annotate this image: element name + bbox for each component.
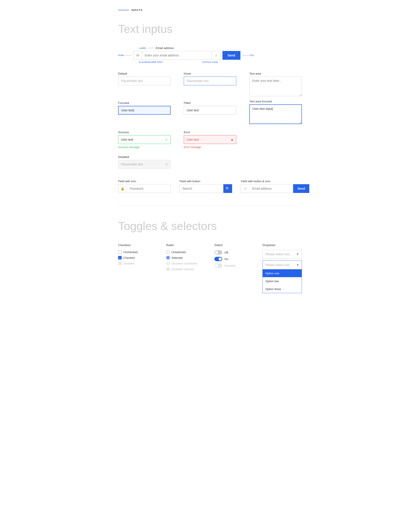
disabled-input-row: ⊘ — [118, 160, 171, 169]
default-input[interactable]: Placeholder text — [118, 76, 171, 85]
email-icon-left: ✉ — [241, 184, 250, 193]
search-input[interactable] — [180, 184, 223, 193]
email-icon-box: ✉ — [133, 51, 142, 60]
input-group-default: Default Placeholder text — [118, 72, 171, 95]
success-input-row[interactable]: ✓ — [118, 135, 171, 144]
checked-label: Checked — [123, 256, 135, 259]
hover-label: Hover — [184, 72, 236, 75]
focused-value: User text| — [121, 108, 134, 112]
input-group-error: Error ▲ Error message — [184, 131, 236, 149]
switch-disabled: Disabled — [214, 263, 254, 268]
dropdown-group: Dropdown Please select one... ▼ Please s… — [262, 243, 302, 293]
fields-special-grid: Field with icon 🔒 Field with button 🔍 Fi… — [118, 180, 302, 193]
switch-on-label: On — [225, 257, 228, 261]
dropdown-closed[interactable]: Please select one... ▼ — [262, 250, 302, 259]
ann-dash3 — [242, 55, 249, 56]
hover-input[interactable]: Placeholder text — [184, 76, 236, 85]
radio-disabled-selected: Disabled selected — [166, 267, 206, 271]
disabled-selected-label: Disabled selected — [172, 268, 194, 271]
field-with-btn-icon-group: Field with button & icon ✉ Send — [241, 180, 309, 193]
disabled-label: Disabled — [118, 155, 171, 159]
disabled-unselected-label: Disabled unselected — [172, 262, 197, 265]
field-label-text: Email address — [156, 46, 174, 50]
dropdown-title: Dropdown — [262, 243, 302, 247]
unchecked-box[interactable] — [118, 250, 122, 254]
success-input[interactable] — [118, 138, 163, 141]
checkbox-checked[interactable]: ✓ Checked — [118, 256, 158, 259]
filled-value: User text — [187, 108, 199, 112]
dropdown-open[interactable]: Please select one... ▼ Option one Option… — [262, 260, 302, 293]
switch-off[interactable]: Off — [214, 250, 254, 255]
toggles-grid: Checkbox Unchecked ✓ Checked ⊟ Disabled … — [118, 243, 302, 293]
switch-off-thumb — [215, 251, 218, 254]
filled-input[interactable]: User text — [184, 106, 236, 115]
unchecked-label: Unchecked — [123, 250, 138, 254]
disabled-input — [118, 163, 163, 166]
checkmark-icon: ✓ — [215, 53, 218, 58]
default-placeholder: Placeholder text — [121, 79, 143, 83]
radio-inner-dot — [167, 257, 169, 259]
dropdown-option-3[interactable]: Option three — [263, 285, 302, 293]
focused-input[interactable]: User text| — [118, 106, 171, 115]
chevron-down-icon: ▼ — [296, 253, 299, 256]
icon-annotation: ICON — [118, 54, 124, 56]
send-button[interactable]: Send — [293, 184, 309, 193]
textarea-focused-input[interactable]: User text input| — [249, 104, 302, 124]
success-label: Success — [118, 131, 171, 134]
anatomy-send-button[interactable]: Send — [223, 51, 240, 60]
checkbox-title: Checkbox — [118, 243, 158, 247]
error-input[interactable] — [184, 138, 228, 141]
switch-disabled-thumb — [215, 264, 218, 267]
error-message: Error message — [184, 146, 236, 149]
dropdown-open-header[interactable]: Please select one... ▼ — [263, 261, 302, 269]
textarea-group: Text area Text area focused User text in… — [249, 72, 302, 124]
unselected-radio[interactable] — [166, 250, 170, 254]
textarea-label: Text area — [249, 72, 302, 75]
disabled-box: ⊟ — [118, 262, 122, 265]
dropdown-placeholder2: Please select one... — [265, 263, 292, 267]
cta-annotation: CTA — [250, 54, 254, 56]
switch-on[interactable]: On — [214, 257, 254, 261]
selected-radio[interactable] — [166, 256, 170, 259]
radio-unselected[interactable]: Unselected — [166, 250, 206, 254]
section-header: INPUTS — [118, 9, 302, 11]
focused-label: Focused — [118, 101, 171, 105]
section-title: INPUTS — [131, 9, 143, 11]
search-icon: 🔍 — [225, 187, 230, 191]
ann-dash — [148, 48, 154, 48]
search-button[interactable]: 🔍 — [223, 184, 232, 193]
switch-off-label: Off — [225, 251, 228, 254]
dropdown-option-1[interactable]: Option one — [263, 269, 302, 277]
field-with-btn[interactable]: 🔍 — [180, 184, 232, 193]
anatomy-status-icon: ✓ — [212, 51, 221, 60]
field-with-icon[interactable]: 🔒 — [118, 184, 171, 193]
checkbox-unchecked[interactable]: Unchecked — [118, 250, 158, 254]
anatomy-input[interactable] — [142, 51, 212, 60]
field-with-btn-icon[interactable]: ✉ Send — [241, 184, 309, 193]
option-3-label: Option three — [265, 287, 281, 291]
password-input[interactable] — [127, 187, 171, 190]
hover-placeholder: Placeholder text — [187, 79, 209, 83]
switch-off-track[interactable] — [214, 250, 222, 255]
switch-on-track[interactable] — [214, 257, 222, 261]
switch-title: Switch — [214, 243, 254, 247]
email-icon: ✉ — [136, 53, 139, 58]
inputs-states-grid: Default Placeholder text Hover Placehold… — [118, 72, 302, 169]
divider — [118, 206, 302, 206]
error-input-row[interactable]: ▲ — [184, 135, 236, 144]
chevron-up-icon: ▼ — [296, 263, 299, 266]
checked-box[interactable]: ✓ — [118, 256, 122, 259]
email-address-input[interactable] — [250, 184, 293, 193]
checkbox-group: Checkbox Unchecked ✓ Checked ⊟ Disabled — [118, 243, 158, 293]
textarea-input[interactable] — [249, 76, 302, 96]
ann-dash2 — [125, 55, 131, 56]
dropdown-option-2[interactable]: Option two — [263, 277, 302, 285]
success-icon: ✓ — [163, 138, 170, 142]
input-group-filled: Filled User text — [184, 101, 236, 124]
option-1-label: Option one — [265, 272, 279, 275]
radio-selected[interactable]: Selected — [166, 256, 206, 259]
error-icon: ▲ — [228, 138, 236, 142]
radio-disabled-unselected: Disabled unselected — [166, 262, 206, 265]
radio-group: Radio Unselected Selected Disabled unsel… — [166, 243, 206, 293]
checkbox-disabled: ⊟ Disabled — [118, 262, 158, 265]
